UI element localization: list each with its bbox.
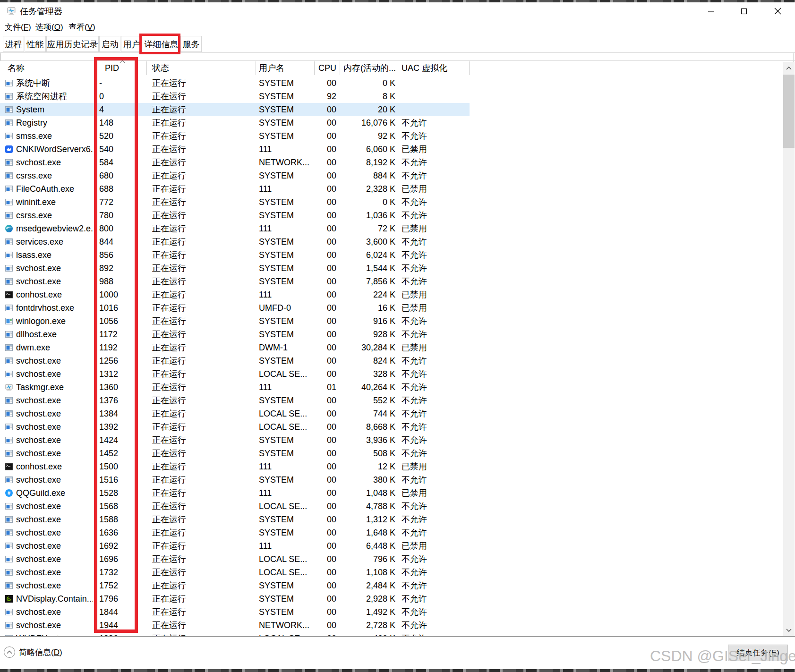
cell-uac: 已禁用 bbox=[402, 539, 468, 553]
process-row[interactable]: Registry148正在运行SYSTEM0016,076 K不允许 bbox=[0, 116, 470, 129]
process-row[interactable]: #QQGuild.exe1528正在运行111001,048 K已禁用 bbox=[0, 486, 470, 500]
cell-name: svchost.exe bbox=[16, 367, 93, 381]
process-row[interactable]: svchost.exe1568正在运行LOCAL SE...004,788 K不… bbox=[0, 500, 470, 513]
cell-name: svchost.exe bbox=[16, 156, 93, 169]
cell-memory: 12 K bbox=[331, 460, 395, 473]
process-row[interactable]: CNKIWordServerx6...540正在运行111006,060 K已禁… bbox=[0, 143, 470, 156]
column-header-cpu[interactable]: CPU bbox=[307, 61, 336, 76]
cell-user: 111 bbox=[259, 288, 312, 301]
process-row[interactable]: svchost.exe1752正在运行SYSTEM002,484 K不允许 bbox=[0, 579, 470, 592]
process-row[interactable]: svchost.exe1696正在运行LOCAL SE...00796 K不允许 bbox=[0, 553, 470, 566]
process-row[interactable]: wininit.exe772正在运行SYSTEM000 K不允许 bbox=[0, 196, 470, 209]
column-header-name[interactable]: 名称 bbox=[8, 61, 93, 76]
vertical-scrollbar[interactable] bbox=[783, 62, 795, 636]
tab-processes[interactable]: 进程 bbox=[3, 36, 24, 52]
process-row[interactable]: svchost.exe1588正在运行SYSTEM001,312 K不允许 bbox=[0, 513, 470, 526]
column-header-status[interactable]: 状态 bbox=[152, 61, 247, 76]
process-row[interactable]: 系统中断-正在运行SYSTEM000 K bbox=[0, 77, 470, 90]
column-header-user[interactable]: 用户名 bbox=[259, 61, 311, 76]
process-row[interactable]: svchost.exe1424正在运行SYSTEM003,936 K不允许 bbox=[0, 434, 470, 447]
process-row[interactable]: conhost.exe1000正在运行11100224 K已禁用 bbox=[0, 288, 470, 301]
process-row[interactable]: WUDFHost.exe1996正在运行LOCAL SE...00400 K不允… bbox=[0, 632, 470, 636]
cell-pid: 540 bbox=[99, 143, 144, 156]
process-row[interactable]: svchost.exe1392正在运行LOCAL SE...008,668 K不… bbox=[0, 420, 470, 434]
cell-name: svchost.exe bbox=[16, 566, 93, 579]
tab-details[interactable]: 详细信息 bbox=[143, 34, 180, 53]
process-row[interactable]: svchost.exe1384正在运行LOCAL SE...00744 K不允许 bbox=[0, 407, 470, 420]
process-row[interactable]: dwm.exe1192正在运行DWM-10030,284 K已禁用 bbox=[0, 341, 470, 354]
scroll-down-icon[interactable] bbox=[783, 624, 795, 636]
cell-status: 正在运行 bbox=[152, 262, 251, 275]
process-row[interactable]: winlogon.exe1056正在运行SYSTEM00916 K不允许 bbox=[0, 315, 470, 328]
generic-process-icon bbox=[5, 277, 13, 286]
process-row[interactable]: svchost.exe1944正在运行NETWORK...002,728 K不允… bbox=[0, 619, 470, 632]
scrollbar-thumb[interactable] bbox=[783, 75, 795, 148]
process-row[interactable]: conhost.exe1500正在运行1110012 K已禁用 bbox=[0, 460, 470, 473]
process-row[interactable]: Taskmgr.exe1360正在运行1110140,264 K不允许 bbox=[0, 381, 470, 394]
process-row[interactable]: FileCoAuth.exe688正在运行111002,328 K已禁用 bbox=[0, 182, 470, 196]
process-row[interactable]: svchost.exe1256正在运行SYSTEM00824 K不允许 bbox=[0, 354, 470, 367]
maximize-button[interactable] bbox=[733, 2, 755, 20]
cell-name: smss.exe bbox=[16, 129, 93, 143]
process-row[interactable]: smss.exe520正在运行SYSTEM0092 K不允许 bbox=[0, 129, 470, 143]
process-row[interactable]: msedgewebview2.e...800正在运行1110072 K已禁用 bbox=[0, 222, 470, 235]
column-header-memory[interactable]: 内存(活动的... bbox=[343, 61, 395, 76]
process-row[interactable]: dllhost.exe1172正在运行SYSTEM00928 K不允许 bbox=[0, 328, 470, 341]
cell-status: 正在运行 bbox=[152, 156, 251, 169]
minimize-button[interactable] bbox=[700, 2, 722, 20]
cell-uac: 不允许 bbox=[402, 262, 468, 275]
cell-name: System bbox=[16, 103, 93, 116]
cell-pid: 1696 bbox=[99, 553, 144, 566]
menu-view[interactable]: 查看(V) bbox=[66, 21, 98, 34]
process-row[interactable]: svchost.exe1376正在运行SYSTEM00552 K不允许 bbox=[0, 394, 470, 407]
cell-uac: 不允许 bbox=[402, 196, 468, 209]
generic-process-icon bbox=[5, 542, 13, 550]
process-row[interactable]: svchost.exe1692正在运行111006,448 K已禁用 bbox=[0, 539, 470, 553]
tab-app-history[interactable]: 应用历史记录 bbox=[46, 36, 99, 52]
process-row[interactable]: fontdrvhost.exe1016正在运行UMFD-00016 K已禁用 bbox=[0, 301, 470, 315]
cell-uac: 不允许 bbox=[402, 605, 468, 619]
cell-uac: 不允许 bbox=[402, 632, 468, 636]
scroll-up-icon[interactable] bbox=[783, 62, 795, 74]
process-row[interactable]: 系统空闲进程0正在运行SYSTEM928 K bbox=[0, 90, 470, 103]
process-row[interactable]: csrss.exe780正在运行SYSTEM001,036 K不允许 bbox=[0, 209, 470, 222]
tab-services[interactable]: 服务 bbox=[180, 36, 202, 52]
cell-user: DWM-1 bbox=[259, 341, 312, 354]
process-row[interactable]: csrss.exe680正在运行SYSTEM00884 K不允许 bbox=[0, 169, 470, 182]
menu-file[interactable]: 文件(F) bbox=[2, 21, 34, 34]
process-row[interactable]: svchost.exe892正在运行SYSTEM001,544 K不允许 bbox=[0, 262, 470, 275]
process-row[interactable]: services.exe844正在运行SYSTEM003,600 K不允许 bbox=[0, 235, 470, 248]
generic-process-icon bbox=[5, 158, 13, 167]
process-row[interactable]: svchost.exe584正在运行NETWORK...008,192 K不允许 bbox=[0, 156, 470, 169]
process-table-body: 系统中断-正在运行SYSTEM000 K系统空闲进程0正在运行SYSTEM928… bbox=[0, 75, 780, 636]
cell-pid: 1056 bbox=[99, 315, 144, 328]
collapse-details-button[interactable] bbox=[4, 646, 15, 658]
title-bar[interactable]: 任务管理器 bbox=[0, 2, 795, 20]
cell-memory: 6,024 K bbox=[331, 248, 395, 262]
cell-uac bbox=[402, 103, 468, 116]
process-row[interactable]: svchost.exe1844正在运行SYSTEM001,492 K不允许 bbox=[0, 605, 470, 619]
process-row[interactable]: svchost.exe1312正在运行LOCAL SE...00328 K不允许 bbox=[0, 367, 470, 381]
tab-users[interactable]: 用户 bbox=[121, 36, 142, 52]
cell-name: lsass.exe bbox=[16, 248, 93, 262]
cell-pid: 1016 bbox=[99, 301, 144, 315]
process-row[interactable]: svchost.exe988正在运行SYSTEM007,856 K不允许 bbox=[0, 275, 470, 288]
cell-memory: 0 K bbox=[331, 77, 395, 90]
process-row[interactable]: svchost.exe1452正在运行SYSTEM00508 K不允许 bbox=[0, 447, 470, 460]
column-header-uac[interactable]: UAC 虚拟化 bbox=[402, 61, 468, 76]
cell-pid: 1844 bbox=[99, 605, 144, 619]
process-row[interactable]: svchost.exe1516正在运行SYSTEM00380 K不允许 bbox=[0, 473, 470, 486]
process-row[interactable]: svchost.exe1636正在运行SYSTEM001,648 K不允许 bbox=[0, 526, 470, 539]
menu-options[interactable]: 选项(O) bbox=[33, 21, 66, 34]
process-row[interactable]: lsass.exe856正在运行SYSTEM006,024 K不允许 bbox=[0, 248, 470, 262]
process-row[interactable]: System4正在运行SYSTEM0020 K bbox=[0, 103, 470, 116]
process-row[interactable]: NVDisplay.Contain...1796正在运行SYSTEM002,92… bbox=[0, 592, 470, 605]
collapse-details-label[interactable]: 简略信息(D) bbox=[19, 647, 62, 658]
tab-startup[interactable]: 启动 bbox=[99, 36, 120, 52]
cell-pid: 1384 bbox=[99, 407, 144, 420]
tab-performance[interactable]: 性能 bbox=[25, 36, 46, 52]
close-button[interactable] bbox=[767, 2, 788, 20]
cell-user: SYSTEM bbox=[259, 473, 312, 486]
process-row[interactable]: svchost.exe1732正在运行LOCAL SE...001,108 K不… bbox=[0, 566, 470, 579]
cell-status: 正在运行 bbox=[152, 301, 251, 315]
